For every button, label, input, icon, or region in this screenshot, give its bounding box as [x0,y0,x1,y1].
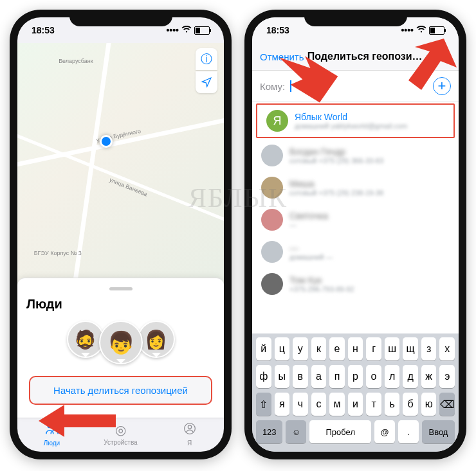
key-letter[interactable]: щ [403,337,418,360]
svg-point-1 [52,423,56,427]
contact-row[interactable]: Я Яблык World домашний yablykworld@gmail… [256,103,455,138]
contact-avatar [261,209,283,231]
key-letter[interactable]: с [311,393,327,416]
recipient-input[interactable] [291,80,433,93]
tab-me[interactable]: Я [155,422,224,447]
contact-row[interactable]: — домашний — [252,236,459,268]
key-letter[interactable]: м [329,393,345,416]
key-shift[interactable]: ⇧ [256,393,271,416]
key-letter[interactable]: э [439,365,455,388]
contact-detail: +375-296-793-89-92 [289,285,354,293]
key-letter[interactable]: в [293,365,308,388]
tab-people[interactable]: Люди [17,422,86,447]
svg-point-3 [188,425,191,429]
send-button[interactable]: Отпр. [426,51,451,62]
info-button[interactable]: ⓘ [196,48,217,70]
key-letter[interactable]: р [348,365,363,388]
key-letter[interactable]: ы [275,365,290,388]
key-emoji[interactable]: ☺ [286,420,306,443]
contact-name: Том Кук [289,275,354,285]
devices-icon: ◎ [86,422,155,438]
key-letter[interactable]: т [366,393,381,416]
key-letter[interactable]: о [366,365,381,388]
key-letter[interactable]: д [403,365,418,388]
contact-list[interactable]: Я Яблык World домашний yablykworld@gmail… [252,102,459,333]
key-letter[interactable]: ц [275,337,290,360]
tab-devices[interactable]: ◎ Устройства [86,422,155,447]
phone-left: 18:53 •••• улица Будённого улица Ванеева… [10,10,232,459]
key-letter[interactable]: и [348,393,363,416]
battery-icon [429,26,444,35]
start-sharing-button[interactable]: Начать делиться геопозицией [29,376,212,405]
notch [304,10,407,26]
keyboard: йцукенгшщзх фывапролджэ ⇧ячсмитьбю⌫ 123 … [252,333,459,452]
key-letter[interactable]: ж [421,365,437,388]
memoji-icon: 👩 [138,321,175,358]
notch [69,10,172,26]
contact-row[interactable]: Светочка — [252,204,459,236]
tab-bar: Люди ◎ Устройства Я [17,418,224,452]
time-label: 18:53 [266,25,289,35]
map-view[interactable]: улица Будённого улица Ванеева Беларусбан… [17,43,224,285]
signal-icon: •••• [401,25,414,35]
contact-detail: домашний yablykworld@gmail.com [295,122,407,130]
sheet-grabber[interactable] [109,287,133,290]
key-letter[interactable]: ф [256,365,271,388]
memoji-icon: 🧔 [67,321,104,358]
key-letter[interactable]: ш [385,337,400,360]
nav-title: Поделиться геопози… [307,51,423,62]
cancel-button[interactable]: Отменить [260,51,304,62]
key-dot[interactable]: . [398,420,419,443]
contact-row[interactable]: Миша сотовый +375 (29) 238-19-38 [252,172,459,204]
key-numbers[interactable]: 123 [256,420,282,443]
poi-label: Беларусбанк [59,58,93,64]
nav-bar: Отменить Поделиться геопози… Отпр. [252,43,459,71]
locate-button[interactable] [196,71,217,93]
contact-detail: — [289,221,328,229]
wifi-icon [416,25,426,35]
key-letter[interactable]: я [275,393,290,416]
key-letter[interactable]: п [329,365,345,388]
wifi-icon [181,25,192,35]
contact-name: Светочка [289,211,328,221]
contact-avatar [261,145,283,166]
contact-avatar [261,273,283,295]
screen-left: 18:53 •••• улица Будённого улица Ванеева… [17,17,224,452]
poi-label: БГЭУ Корпус № 3 [34,250,82,256]
sheet-title: Люди [26,297,215,312]
key-letter[interactable]: н [348,337,363,360]
key-at[interactable]: @ [374,420,395,443]
key-backspace[interactable]: ⌫ [439,393,455,416]
key-letter[interactable]: к [311,337,327,360]
to-label: Кому: [260,81,285,92]
add-contact-button[interactable]: + [433,77,451,95]
contact-row[interactable]: Том Кук +375-296-793-89-92 [252,268,459,300]
key-letter[interactable]: л [385,365,400,388]
battery-icon [194,26,210,35]
contact-row[interactable]: Богдан Гендр сотовый +375 (29) 366-33-83 [252,139,459,172]
key-letter[interactable]: з [421,337,437,360]
key-letter[interactable]: ю [421,393,437,416]
key-letter[interactable]: е [329,337,345,360]
screen-right: 18:53 •••• Отменить Поделиться геопози… … [252,17,459,452]
tab-label: Люди [44,440,60,447]
key-letter[interactable]: г [366,337,381,360]
memoji-icon: 👦 [99,321,143,364]
contact-detail: сотовый +375 (29) 366-33-83 [289,157,383,164]
contact-avatar [261,177,283,199]
key-letter[interactable]: ь [385,393,400,416]
people-sheet: Люди 🧔 👦 👩 Начать делиться геопозицией [17,278,224,418]
key-letter[interactable]: ч [293,393,308,416]
key-space[interactable]: Пробел [309,420,371,443]
contact-name: Миша [289,179,383,189]
key-enter[interactable]: Ввод [422,420,455,443]
contact-name: — [289,243,333,253]
key-letter[interactable]: у [293,337,308,360]
key-letter[interactable]: б [403,393,418,416]
key-letter[interactable]: а [311,365,327,388]
key-letter[interactable]: й [256,337,271,360]
key-letter[interactable]: х [439,337,455,360]
contact-avatar: Я [266,110,288,132]
contact-avatar [261,241,283,263]
signal-icon: •••• [166,25,179,35]
